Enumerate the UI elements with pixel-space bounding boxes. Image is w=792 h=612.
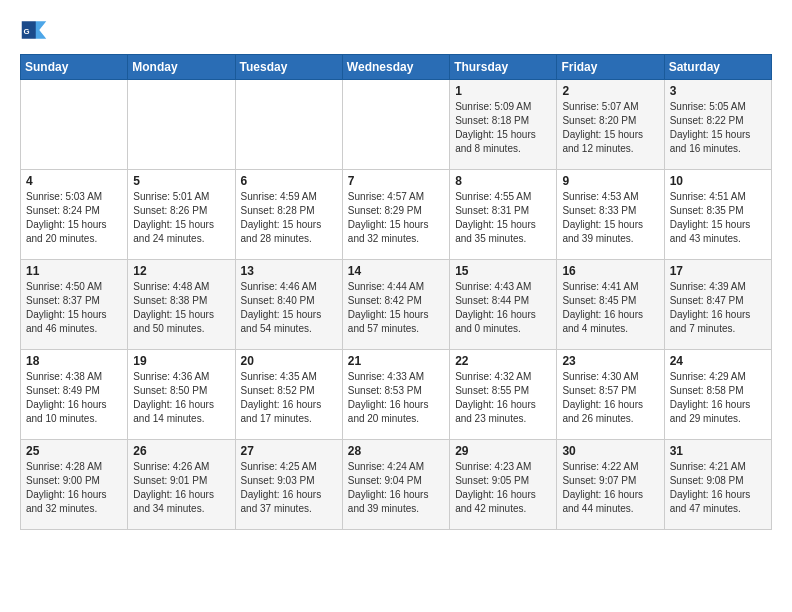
day-info: Sunrise: 5:05 AM Sunset: 8:22 PM Dayligh…: [670, 100, 766, 156]
day-info: Sunrise: 4:26 AM Sunset: 9:01 PM Dayligh…: [133, 460, 229, 516]
day-number: 29: [455, 444, 551, 458]
calendar-week: 18Sunrise: 4:38 AM Sunset: 8:49 PM Dayli…: [21, 350, 772, 440]
weekday-header: Monday: [128, 55, 235, 80]
day-info: Sunrise: 4:48 AM Sunset: 8:38 PM Dayligh…: [133, 280, 229, 336]
day-number: 10: [670, 174, 766, 188]
calendar-cell: 1Sunrise: 5:09 AM Sunset: 8:18 PM Daylig…: [450, 80, 557, 170]
calendar-cell: 16Sunrise: 4:41 AM Sunset: 8:45 PM Dayli…: [557, 260, 664, 350]
calendar-cell: [342, 80, 449, 170]
calendar-week: 4Sunrise: 5:03 AM Sunset: 8:24 PM Daylig…: [21, 170, 772, 260]
calendar-cell: 23Sunrise: 4:30 AM Sunset: 8:57 PM Dayli…: [557, 350, 664, 440]
day-info: Sunrise: 5:09 AM Sunset: 8:18 PM Dayligh…: [455, 100, 551, 156]
calendar-cell: 7Sunrise: 4:57 AM Sunset: 8:29 PM Daylig…: [342, 170, 449, 260]
day-info: Sunrise: 4:44 AM Sunset: 8:42 PM Dayligh…: [348, 280, 444, 336]
day-number: 23: [562, 354, 658, 368]
calendar-cell: 30Sunrise: 4:22 AM Sunset: 9:07 PM Dayli…: [557, 440, 664, 530]
weekday-header: Wednesday: [342, 55, 449, 80]
calendar-cell: 11Sunrise: 4:50 AM Sunset: 8:37 PM Dayli…: [21, 260, 128, 350]
day-number: 28: [348, 444, 444, 458]
day-number: 11: [26, 264, 122, 278]
day-number: 9: [562, 174, 658, 188]
day-info: Sunrise: 4:43 AM Sunset: 8:44 PM Dayligh…: [455, 280, 551, 336]
logo: G: [20, 16, 50, 44]
calendar-header: SundayMondayTuesdayWednesdayThursdayFrid…: [21, 55, 772, 80]
day-number: 30: [562, 444, 658, 458]
svg-text:G: G: [24, 27, 30, 36]
day-number: 22: [455, 354, 551, 368]
day-number: 4: [26, 174, 122, 188]
weekday-header: Sunday: [21, 55, 128, 80]
day-info: Sunrise: 4:41 AM Sunset: 8:45 PM Dayligh…: [562, 280, 658, 336]
day-info: Sunrise: 4:21 AM Sunset: 9:08 PM Dayligh…: [670, 460, 766, 516]
day-info: Sunrise: 4:50 AM Sunset: 8:37 PM Dayligh…: [26, 280, 122, 336]
day-info: Sunrise: 4:23 AM Sunset: 9:05 PM Dayligh…: [455, 460, 551, 516]
day-number: 5: [133, 174, 229, 188]
calendar-cell: 28Sunrise: 4:24 AM Sunset: 9:04 PM Dayli…: [342, 440, 449, 530]
day-number: 25: [26, 444, 122, 458]
weekday-row: SundayMondayTuesdayWednesdayThursdayFrid…: [21, 55, 772, 80]
day-number: 8: [455, 174, 551, 188]
calendar-body: 1Sunrise: 5:09 AM Sunset: 8:18 PM Daylig…: [21, 80, 772, 530]
day-info: Sunrise: 4:32 AM Sunset: 8:55 PM Dayligh…: [455, 370, 551, 426]
calendar-cell: [235, 80, 342, 170]
day-info: Sunrise: 4:22 AM Sunset: 9:07 PM Dayligh…: [562, 460, 658, 516]
calendar-cell: [128, 80, 235, 170]
day-info: Sunrise: 5:01 AM Sunset: 8:26 PM Dayligh…: [133, 190, 229, 246]
page: G SundayMondayTuesdayWednesdayThursdayFr…: [0, 0, 792, 546]
day-number: 6: [241, 174, 337, 188]
calendar-cell: 21Sunrise: 4:33 AM Sunset: 8:53 PM Dayli…: [342, 350, 449, 440]
calendar-cell: 14Sunrise: 4:44 AM Sunset: 8:42 PM Dayli…: [342, 260, 449, 350]
day-info: Sunrise: 5:07 AM Sunset: 8:20 PM Dayligh…: [562, 100, 658, 156]
calendar-cell: 8Sunrise: 4:55 AM Sunset: 8:31 PM Daylig…: [450, 170, 557, 260]
day-number: 21: [348, 354, 444, 368]
day-info: Sunrise: 4:24 AM Sunset: 9:04 PM Dayligh…: [348, 460, 444, 516]
day-number: 1: [455, 84, 551, 98]
day-info: Sunrise: 4:35 AM Sunset: 8:52 PM Dayligh…: [241, 370, 337, 426]
calendar-table: SundayMondayTuesdayWednesdayThursdayFrid…: [20, 54, 772, 530]
day-number: 18: [26, 354, 122, 368]
calendar-cell: 5Sunrise: 5:01 AM Sunset: 8:26 PM Daylig…: [128, 170, 235, 260]
calendar-cell: 4Sunrise: 5:03 AM Sunset: 8:24 PM Daylig…: [21, 170, 128, 260]
day-number: 3: [670, 84, 766, 98]
calendar-cell: 15Sunrise: 4:43 AM Sunset: 8:44 PM Dayli…: [450, 260, 557, 350]
calendar-cell: 20Sunrise: 4:35 AM Sunset: 8:52 PM Dayli…: [235, 350, 342, 440]
day-info: Sunrise: 5:03 AM Sunset: 8:24 PM Dayligh…: [26, 190, 122, 246]
calendar-cell: 6Sunrise: 4:59 AM Sunset: 8:28 PM Daylig…: [235, 170, 342, 260]
day-info: Sunrise: 4:28 AM Sunset: 9:00 PM Dayligh…: [26, 460, 122, 516]
calendar-cell: 31Sunrise: 4:21 AM Sunset: 9:08 PM Dayli…: [664, 440, 771, 530]
day-number: 13: [241, 264, 337, 278]
calendar-week: 11Sunrise: 4:50 AM Sunset: 8:37 PM Dayli…: [21, 260, 772, 350]
day-number: 24: [670, 354, 766, 368]
calendar-cell: 26Sunrise: 4:26 AM Sunset: 9:01 PM Dayli…: [128, 440, 235, 530]
calendar-cell: 22Sunrise: 4:32 AM Sunset: 8:55 PM Dayli…: [450, 350, 557, 440]
day-info: Sunrise: 4:25 AM Sunset: 9:03 PM Dayligh…: [241, 460, 337, 516]
calendar-cell: 18Sunrise: 4:38 AM Sunset: 8:49 PM Dayli…: [21, 350, 128, 440]
calendar-cell: 3Sunrise: 5:05 AM Sunset: 8:22 PM Daylig…: [664, 80, 771, 170]
day-info: Sunrise: 4:57 AM Sunset: 8:29 PM Dayligh…: [348, 190, 444, 246]
calendar-cell: 17Sunrise: 4:39 AM Sunset: 8:47 PM Dayli…: [664, 260, 771, 350]
logo-icon: G: [20, 16, 48, 44]
weekday-header: Thursday: [450, 55, 557, 80]
day-number: 20: [241, 354, 337, 368]
day-info: Sunrise: 4:33 AM Sunset: 8:53 PM Dayligh…: [348, 370, 444, 426]
weekday-header: Friday: [557, 55, 664, 80]
day-number: 26: [133, 444, 229, 458]
day-info: Sunrise: 4:51 AM Sunset: 8:35 PM Dayligh…: [670, 190, 766, 246]
day-info: Sunrise: 4:46 AM Sunset: 8:40 PM Dayligh…: [241, 280, 337, 336]
calendar-week: 25Sunrise: 4:28 AM Sunset: 9:00 PM Dayli…: [21, 440, 772, 530]
calendar-cell: [21, 80, 128, 170]
day-info: Sunrise: 4:55 AM Sunset: 8:31 PM Dayligh…: [455, 190, 551, 246]
calendar-cell: 10Sunrise: 4:51 AM Sunset: 8:35 PM Dayli…: [664, 170, 771, 260]
calendar-week: 1Sunrise: 5:09 AM Sunset: 8:18 PM Daylig…: [21, 80, 772, 170]
calendar-cell: 13Sunrise: 4:46 AM Sunset: 8:40 PM Dayli…: [235, 260, 342, 350]
calendar-cell: 12Sunrise: 4:48 AM Sunset: 8:38 PM Dayli…: [128, 260, 235, 350]
day-number: 16: [562, 264, 658, 278]
day-number: 12: [133, 264, 229, 278]
day-info: Sunrise: 4:29 AM Sunset: 8:58 PM Dayligh…: [670, 370, 766, 426]
day-number: 31: [670, 444, 766, 458]
day-number: 7: [348, 174, 444, 188]
day-number: 17: [670, 264, 766, 278]
calendar-cell: 25Sunrise: 4:28 AM Sunset: 9:00 PM Dayli…: [21, 440, 128, 530]
weekday-header: Saturday: [664, 55, 771, 80]
calendar-cell: 9Sunrise: 4:53 AM Sunset: 8:33 PM Daylig…: [557, 170, 664, 260]
